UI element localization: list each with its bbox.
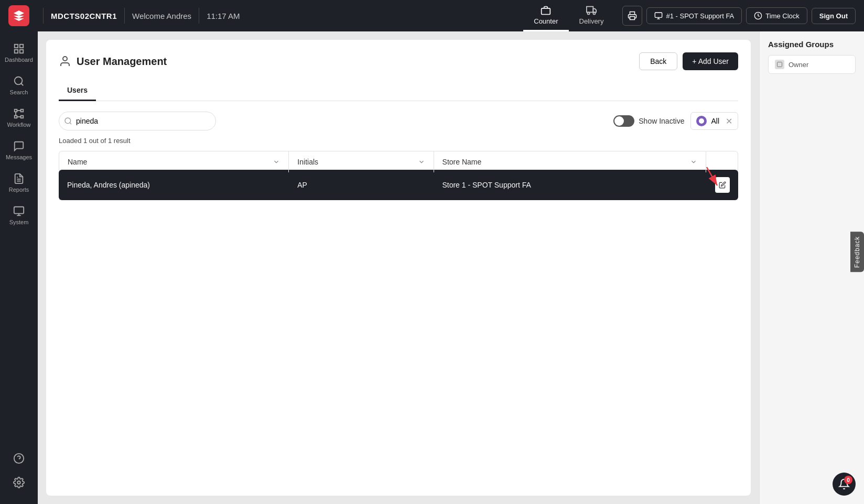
sidebar-dashboard-label: Dashboard <box>5 57 33 63</box>
sidebar-item-search[interactable]: Search <box>2 70 36 101</box>
svg-rect-21 <box>21 116 24 118</box>
counter-label: Counter <box>534 17 558 25</box>
svg-point-29 <box>17 481 20 484</box>
sidebar-item-dashboard[interactable]: Dashboard <box>2 38 36 68</box>
nav-counter[interactable]: Counter <box>523 0 568 31</box>
search-input-wrap <box>59 112 216 130</box>
sidebar-reports-label: Reports <box>9 187 29 193</box>
filter-all-label: All <box>711 117 719 125</box>
topnav-actions: #1 - SPOT Support FA Time Clock Sign Out <box>622 6 856 26</box>
spot-support-label: #1 - SPOT Support FA <box>666 12 734 20</box>
svg-rect-5 <box>655 13 662 17</box>
svg-rect-0 <box>542 8 550 14</box>
toggle-knob <box>614 116 624 126</box>
nav-items: Counter Delivery <box>523 0 614 31</box>
svg-rect-4 <box>630 17 635 20</box>
td-actions <box>707 170 738 200</box>
right-panel: Assigned Groups Owner <box>759 31 864 504</box>
nav-delivery[interactable]: Delivery <box>569 0 614 31</box>
page-card: User Management Back + Add User Users <box>46 40 751 496</box>
th-initials[interactable]: Initials <box>289 151 434 172</box>
add-user-button[interactable]: + Add User <box>683 52 738 70</box>
page-header-actions: Back + Add User <box>639 52 738 70</box>
td-initials: AP <box>289 173 434 196</box>
time-clock-label: Time Clock <box>765 12 800 20</box>
sidebar-item-workflow[interactable]: Workflow <box>2 103 36 133</box>
page-title: User Management <box>59 55 167 68</box>
svg-rect-10 <box>20 45 23 48</box>
sign-out-button[interactable]: Sign Out <box>812 8 856 24</box>
printer-button[interactable] <box>622 6 642 26</box>
svg-point-33 <box>699 118 704 124</box>
toggle-switch[interactable] <box>613 115 634 127</box>
search-row: Show Inactive All ✕ <box>59 112 738 130</box>
nav-divider-3 <box>199 8 199 24</box>
notification-bell[interactable]: 0 <box>833 473 856 496</box>
th-name-label: Name <box>68 158 87 166</box>
main-layout: Dashboard Search Workflow Messages Repor… <box>0 31 864 504</box>
page-title-text: User Management <box>77 56 167 68</box>
filter-all-icon <box>696 116 707 126</box>
svg-rect-36 <box>777 62 782 67</box>
time-clock-button[interactable]: Time Clock <box>746 7 807 24</box>
show-inactive-label: Show Inactive <box>639 117 684 125</box>
page-header: User Management Back + Add User <box>59 52 738 70</box>
sidebar-item-reports[interactable]: Reports <box>2 168 36 198</box>
bell-badge: 0 <box>844 476 852 484</box>
table-row: Pineda, Andres (apineda) AP Store 1 - SP… <box>59 170 738 200</box>
nav-divider <box>43 8 44 24</box>
edit-user-button[interactable] <box>715 177 730 193</box>
svg-rect-12 <box>20 50 23 53</box>
owner-label: Owner <box>789 61 808 69</box>
svg-rect-16 <box>21 109 24 112</box>
sidebar-system-label: System <box>9 219 29 225</box>
assigned-groups-title: Assigned Groups <box>768 40 856 49</box>
td-name: Pineda, Andres (apineda) <box>59 173 289 196</box>
pencil-icon <box>719 181 726 189</box>
svg-point-13 <box>15 77 23 85</box>
svg-point-30 <box>63 57 67 61</box>
sidebar-item-settings[interactable] <box>2 472 36 494</box>
th-name[interactable]: Name <box>59 151 289 172</box>
svg-line-32 <box>70 123 71 124</box>
chevron-down-icon <box>418 158 425 166</box>
sidebar: Dashboard Search Workflow Messages Repor… <box>0 31 38 504</box>
svg-rect-24 <box>14 207 24 214</box>
tab-users[interactable]: Users <box>59 81 96 101</box>
top-navigation: MDCTS02CNTR1 Welcome Andres 11:17 AM Cou… <box>0 0 864 31</box>
welcome-text: Welcome Andres <box>132 12 191 20</box>
sidebar-messages-label: Messages <box>6 154 32 160</box>
svg-rect-9 <box>15 45 18 48</box>
content-area: User Management Back + Add User Users <box>38 31 759 504</box>
chevron-down-icon <box>690 158 697 166</box>
feedback-label[interactable]: Feedback <box>850 232 864 272</box>
result-count: Loaded 1 out of 1 result <box>59 137 738 145</box>
td-store: Store 1 - SPOT Support FA <box>434 173 707 196</box>
owner-badge: Owner <box>768 55 856 74</box>
svg-point-2 <box>587 12 589 14</box>
nav-divider-2 <box>124 8 125 24</box>
svg-point-3 <box>593 12 595 14</box>
sidebar-workflow-label: Workflow <box>7 122 30 128</box>
th-initials-label: Initials <box>297 158 318 166</box>
spot-support-button[interactable]: #1 - SPOT Support FA <box>646 7 742 24</box>
sidebar-item-help[interactable] <box>2 447 36 469</box>
filter-clear-button[interactable]: ✕ <box>726 116 732 126</box>
show-inactive-toggle[interactable]: Show Inactive <box>613 115 684 127</box>
th-store[interactable]: Store Name <box>434 151 706 172</box>
svg-rect-17 <box>15 116 17 118</box>
current-time: 11:17 AM <box>207 12 240 20</box>
delivery-label: Delivery <box>579 17 604 25</box>
sidebar-search-label: Search <box>10 89 28 95</box>
th-store-label: Store Name <box>442 158 482 166</box>
sidebar-item-system[interactable]: System <box>2 200 36 231</box>
filter-all-dropdown[interactable]: All ✕ <box>690 112 738 130</box>
back-button[interactable]: Back <box>639 52 677 70</box>
search-icon <box>64 117 72 125</box>
store-id: MDCTS02CNTR1 <box>51 12 117 20</box>
feedback-tab[interactable]: Feedback <box>850 232 864 272</box>
sidebar-item-messages[interactable]: Messages <box>2 135 36 166</box>
search-input[interactable] <box>59 112 216 130</box>
tabs-container: Users <box>59 81 738 101</box>
app-logo[interactable] <box>8 5 29 26</box>
